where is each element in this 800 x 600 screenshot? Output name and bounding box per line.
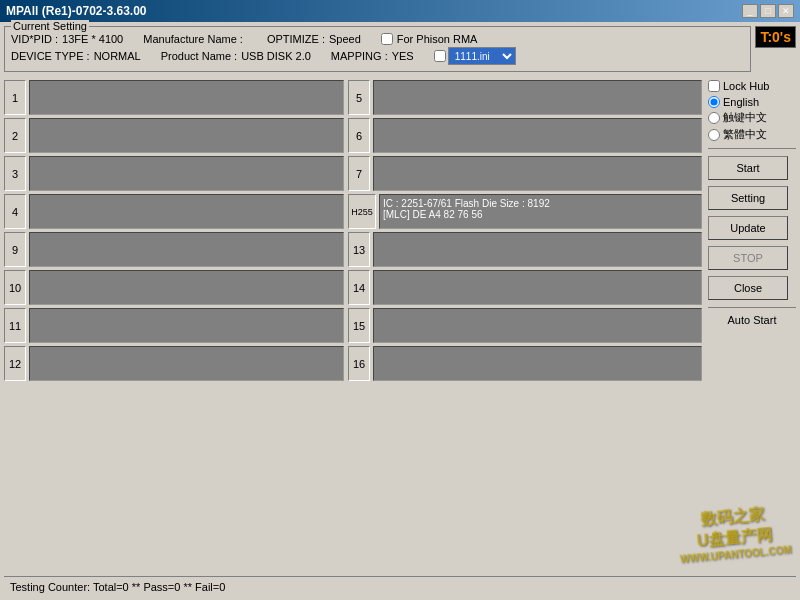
port-row-15: 15 <box>348 308 702 343</box>
minimize-button[interactable]: _ <box>742 4 758 18</box>
port-9-display <box>29 232 344 267</box>
port-row-13: 13 <box>348 232 702 267</box>
port-12-button[interactable]: 12 <box>4 346 26 381</box>
port-row-1: 1 <box>4 80 344 115</box>
manufacture-label: Manufacture Name : <box>143 33 243 45</box>
phison-rma-item: For Phison RMA <box>381 33 478 45</box>
port-13-display <box>373 232 702 267</box>
port-12-display <box>29 346 344 381</box>
stop-button[interactable]: STOP <box>708 246 788 270</box>
lock-hub-label: Lock Hub <box>723 80 769 92</box>
port-row-2: 2 <box>4 118 344 153</box>
window-body: Current Setting VID*PID : 13FE * 4100 Ma… <box>0 22 800 600</box>
port-6-display <box>373 118 702 153</box>
current-setting-legend: Current Setting <box>11 20 89 32</box>
port-16-button[interactable]: 16 <box>348 346 370 381</box>
current-setting-panel: Current Setting VID*PID : 13FE * 4100 Ma… <box>4 26 751 72</box>
timer-display: T:0's <box>755 26 796 48</box>
lock-hub-row: Lock Hub <box>708 80 796 92</box>
start-button[interactable]: Start <box>708 156 788 180</box>
port-13-button[interactable]: 13 <box>348 232 370 267</box>
maximize-button[interactable]: □ <box>760 4 776 18</box>
port-15-button[interactable]: 15 <box>348 308 370 343</box>
title-bar: MPAll (Re1)-0702-3.63.00 _ □ ✕ <box>0 0 800 22</box>
radio-simplified[interactable] <box>708 112 720 124</box>
radio-english[interactable] <box>708 96 720 108</box>
port-11-button[interactable]: 11 <box>4 308 26 343</box>
port-1-button[interactable]: 1 <box>4 80 26 115</box>
port-15-display <box>373 308 702 343</box>
port-4-button[interactable]: 4 <box>4 194 26 229</box>
radio-traditional[interactable] <box>708 129 720 141</box>
port-5-button[interactable]: 5 <box>348 80 370 115</box>
optimize-label: OPTIMIZE : <box>267 33 325 45</box>
port-h255-display: IC : 2251-67/61 Flash Die Size : 8192[ML… <box>379 194 702 229</box>
close-button[interactable]: ✕ <box>778 4 794 18</box>
port-row-6: 6 <box>348 118 702 153</box>
right-ports-panel: 5 6 7 H255 IC : 2251-67/61 Flash Die Siz… <box>348 80 702 576</box>
separator-1 <box>708 148 796 149</box>
port-row-12: 12 <box>4 346 344 381</box>
vid-pid-value: 13FE * 4100 <box>62 33 123 45</box>
port-4-display <box>29 194 344 229</box>
port-9-button[interactable]: 9 <box>4 232 26 267</box>
port-11-display <box>29 308 344 343</box>
port-h255-button[interactable]: H255 <box>348 194 376 229</box>
radio-english-row: English <box>708 96 796 108</box>
radio-english-label: English <box>723 96 759 108</box>
port-row-11: 11 <box>4 308 344 343</box>
close-button[interactable]: Close <box>708 276 788 300</box>
port-row-16: 16 <box>348 346 702 381</box>
left-ports-panel: 1 2 3 4 9 10 <box>4 80 344 576</box>
separator-2 <box>708 307 796 308</box>
port-3-button[interactable]: 3 <box>4 156 26 191</box>
setting-row-2: DEVICE TYPE : NORMAL Product Name : USB … <box>11 47 744 65</box>
port-10-display <box>29 270 344 305</box>
port-row-9: 9 <box>4 232 344 267</box>
manufacture-item: Manufacture Name : <box>143 33 247 45</box>
phison-rma-checkbox[interactable] <box>381 33 393 45</box>
ini-checkbox[interactable] <box>434 50 446 62</box>
product-label: Product Name : <box>161 50 237 62</box>
radio-simplified-label: 触键中文 <box>723 110 767 125</box>
port-row-5: 5 <box>348 80 702 115</box>
port-row-14: 14 <box>348 270 702 305</box>
vid-pid-label: VID*PID : <box>11 33 58 45</box>
port-6-button[interactable]: 6 <box>348 118 370 153</box>
port-row-10: 10 <box>4 270 344 305</box>
product-item: Product Name : USB DISK 2.0 <box>161 50 311 62</box>
port-2-button[interactable]: 2 <box>4 118 26 153</box>
port-5-display <box>373 80 702 115</box>
port-2-display <box>29 118 344 153</box>
mapping-label: MAPPING : <box>331 50 388 62</box>
port-10-button[interactable]: 10 <box>4 270 26 305</box>
port-3-display <box>29 156 344 191</box>
ini-dropdown-item: 1111.ini <box>434 47 516 65</box>
optimize-item: OPTIMIZE : Speed <box>267 33 361 45</box>
phison-rma-label: For Phison RMA <box>397 33 478 45</box>
window-controls: _ □ ✕ <box>742 4 794 18</box>
port-row-h255: H255 IC : 2251-67/61 Flash Die Size : 81… <box>348 194 702 229</box>
radio-traditional-label: 繁體中文 <box>723 127 767 142</box>
window-title: MPAll (Re1)-0702-3.63.00 <box>6 4 147 18</box>
port-row-4: 4 <box>4 194 344 229</box>
mapping-item: MAPPING : YES <box>331 50 414 62</box>
vid-pid-item: VID*PID : 13FE * 4100 <box>11 33 123 45</box>
port-row-3: 3 <box>4 156 344 191</box>
right-sidebar: Lock Hub English 触键中文 繁體中文 Start Setting <box>706 80 796 576</box>
update-button[interactable]: Update <box>708 216 788 240</box>
setting-button[interactable]: Setting <box>708 186 788 210</box>
status-text: Testing Counter: Total=0 ** Pass=0 ** Fa… <box>10 581 225 593</box>
radio-simplified-row: 触键中文 <box>708 110 796 125</box>
radio-traditional-row: 繁體中文 <box>708 127 796 142</box>
mapping-value: YES <box>392 50 414 62</box>
port-1-display <box>29 80 344 115</box>
device-type-value: NORMAL <box>94 50 141 62</box>
port-14-button[interactable]: 14 <box>348 270 370 305</box>
device-type-label: DEVICE TYPE : <box>11 50 90 62</box>
setting-row-1: VID*PID : 13FE * 4100 Manufacture Name :… <box>11 33 744 45</box>
ini-select[interactable]: 1111.ini <box>448 47 516 65</box>
product-value: USB DISK 2.0 <box>241 50 311 62</box>
lock-hub-checkbox[interactable] <box>708 80 720 92</box>
port-7-button[interactable]: 7 <box>348 156 370 191</box>
